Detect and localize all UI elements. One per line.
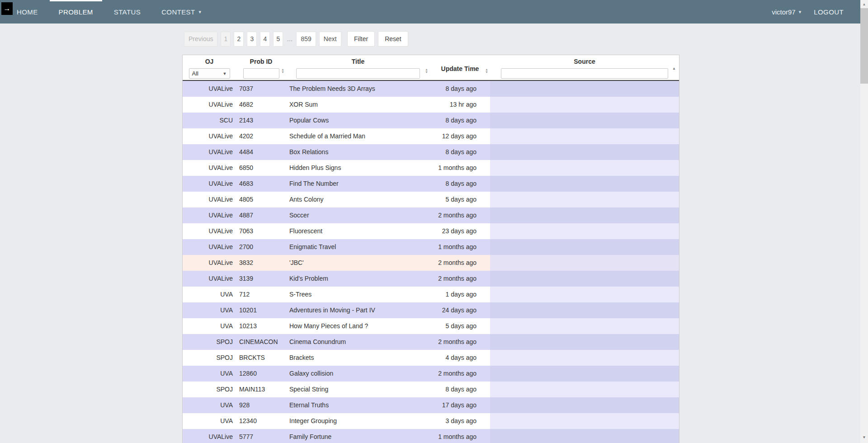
table-row[interactable]: UVALive 3139 Kid's Problem 2 months ago	[183, 271, 679, 287]
table-row[interactable]: UVALive 6850 Hidden Plus Signs 1 months …	[183, 160, 679, 176]
table-row[interactable]: UVALive 4202 Schedule of a Married Man 1…	[183, 128, 679, 144]
table-row[interactable]: UVA 712 S-Trees 1 days ago	[183, 287, 679, 302]
table-row[interactable]: UVALive 4682 XOR Sum 13 hr ago	[183, 97, 679, 113]
nav-item-label: STATUS	[114, 8, 141, 16]
scrollbar[interactable]: ▲ ▼	[860, 0, 868, 443]
cell-title[interactable]: The Problem Needs 3D Arrays	[286, 81, 430, 97]
cell-title[interactable]: XOR Sum	[286, 97, 430, 113]
sort-ascending-icon[interactable]: ▲	[672, 66, 676, 71]
cell-title[interactable]: 'JBC'	[286, 255, 430, 271]
table-row[interactable]: UVA 928 Eternal Truths 17 days ago	[183, 397, 679, 413]
select-arrow-icon: ▼	[223, 71, 227, 76]
table-row[interactable]: UVA 12340 Integer Grouping 3 days ago	[183, 413, 679, 429]
table-row[interactable]: SPOJ CINEMACON Cinema Conundrum 2 months…	[183, 334, 679, 350]
table-row[interactable]: UVALive 4887 Soccer 2 months ago	[183, 207, 679, 223]
column-header-update-time[interactable]: Update Time ▲ ▼	[430, 55, 490, 80]
cell-source	[490, 382, 679, 397]
cell-prob-id: CINEMACON	[236, 334, 286, 350]
table-row[interactable]: UVA 10201 Adventures in Moving - Part IV…	[183, 302, 679, 318]
table-row[interactable]: UVALive 4805 Ants Colony 5 days ago	[183, 192, 679, 207]
table-row[interactable]: UVALive 3832 'JBC' 2 months ago	[183, 255, 679, 271]
cell-oj: UVALive	[183, 271, 236, 287]
sort-icon[interactable]: ▲ ▼	[485, 68, 488, 74]
column-header-source[interactable]: Source ▲	[490, 55, 679, 80]
filter-button[interactable]: Filter	[347, 31, 375, 47]
page-button[interactable]: Previous	[184, 32, 217, 47]
page-button[interactable]: 3	[247, 32, 257, 47]
cell-title[interactable]: Brackets	[286, 350, 430, 366]
cell-title[interactable]: Ants Colony	[286, 192, 430, 207]
cell-title[interactable]: Kid's Problem	[286, 271, 430, 287]
page-button[interactable]: 859	[296, 32, 316, 47]
cell-source	[490, 81, 679, 97]
table-row[interactable]: UVALive 7037 The Problem Needs 3D Arrays…	[183, 81, 679, 97]
nav-item-home[interactable]: HOME	[8, 0, 47, 24]
cell-title[interactable]: Schedule of a Married Man	[286, 128, 430, 144]
table-row[interactable]: UVA 10213 How Many Pieces of Land ? 5 da…	[183, 318, 679, 334]
cell-title[interactable]: Box Relations	[286, 144, 430, 160]
cell-source	[490, 255, 679, 271]
cell-title[interactable]: Adventures in Moving - Part IV	[286, 302, 430, 318]
table-row[interactable]: UVALive 4683 Find The Number 8 days ago	[183, 176, 679, 192]
scroll-down-arrow-icon[interactable]: ▼	[860, 434, 868, 441]
table-row[interactable]: UVALive 4484 Box Relations 8 days ago	[183, 144, 679, 160]
nav-item-contest[interactable]: CONTEST ▾	[152, 0, 210, 24]
table-row[interactable]: SPOJ MAIN113 Special String 8 days ago	[183, 382, 679, 397]
table-row[interactable]: UVALive 5777 Family Fortune 1 months ago	[183, 429, 679, 443]
page-button[interactable]: 4	[260, 32, 270, 47]
column-header-title[interactable]: Title ▲ ▼	[286, 55, 430, 80]
sort-icon[interactable]: ▲ ▼	[281, 68, 284, 74]
cell-source	[490, 350, 679, 366]
prob-id-filter-input[interactable]	[243, 68, 279, 79]
cell-title[interactable]: S-Trees	[286, 287, 430, 302]
page-button[interactable]: 1	[221, 32, 231, 47]
cell-prob-id: 12340	[236, 413, 286, 429]
cell-oj: SPOJ	[183, 350, 236, 366]
user-menu[interactable]: victor97 ▾	[772, 8, 801, 16]
table-row[interactable]: SPOJ BRCKTS Brackets 4 days ago	[183, 350, 679, 366]
logout-button[interactable]: LOGOUT	[814, 8, 844, 16]
cell-title[interactable]: How Many Pieces of Land ?	[286, 318, 430, 334]
cell-update-time: 2 months ago	[430, 366, 490, 382]
source-filter-input[interactable]	[501, 68, 668, 79]
page-button[interactable]: 5	[273, 32, 283, 47]
cell-title[interactable]: Hidden Plus Signs	[286, 160, 430, 176]
table-row[interactable]: UVALive 7063 Fluorescent 23 days ago	[183, 223, 679, 239]
nav-item-status[interactable]: STATUS	[105, 0, 150, 24]
scrollbar-thumb[interactable]	[860, 8, 868, 84]
table-row[interactable]: UVA 12860 Galaxy collision 2 months ago	[183, 366, 679, 382]
cell-prob-id: MAIN113	[236, 382, 286, 397]
reset-button[interactable]: Reset	[378, 31, 408, 47]
sort-icon[interactable]: ▲ ▼	[425, 68, 428, 74]
cell-oj: UVA	[183, 318, 236, 334]
sidebar-toggle-button[interactable]: →	[1, 2, 13, 15]
title-filter-input[interactable]	[296, 68, 420, 79]
cell-title[interactable]: Special String	[286, 382, 430, 397]
oj-filter-select[interactable]: All ▼	[189, 68, 230, 79]
scroll-up-arrow-icon[interactable]: ▲	[860, 0, 868, 8]
cell-source	[490, 113, 679, 128]
cell-title[interactable]: Soccer	[286, 207, 430, 223]
cell-title[interactable]: Popular Cows	[286, 113, 430, 128]
cell-prob-id: 4682	[236, 97, 286, 113]
cell-title[interactable]: Integer Grouping	[286, 413, 430, 429]
cell-title[interactable]: Eternal Truths	[286, 397, 430, 413]
cell-source	[490, 271, 679, 287]
page-button[interactable]: 2	[234, 32, 244, 47]
cell-title[interactable]: Galaxy collision	[286, 366, 430, 382]
page-button[interactable]: Next	[319, 32, 341, 47]
cell-title[interactable]: Find The Number	[286, 176, 430, 192]
cell-prob-id: 7063	[236, 223, 286, 239]
table-row[interactable]: SCU 2143 Popular Cows 8 days ago	[183, 113, 679, 128]
cell-title[interactable]: Cinema Conundrum	[286, 334, 430, 350]
cell-source	[490, 192, 679, 207]
cell-source	[490, 176, 679, 192]
cell-title[interactable]: Fluorescent	[286, 223, 430, 239]
column-header-prob-id[interactable]: Prob ID ▲ ▼	[236, 55, 286, 80]
cell-title[interactable]: Enigmatic Travel	[286, 239, 430, 255]
cell-title[interactable]: Family Fortune	[286, 429, 430, 443]
table-row[interactable]: UVALive 2700 Enigmatic Travel 1 months a…	[183, 239, 679, 255]
cell-prob-id: 6850	[236, 160, 286, 176]
nav-item-problem[interactable]: PROBLEM	[50, 0, 102, 24]
nav-menu: HOME PROBLEM STATUS CONTEST ▾	[0, 0, 213, 24]
